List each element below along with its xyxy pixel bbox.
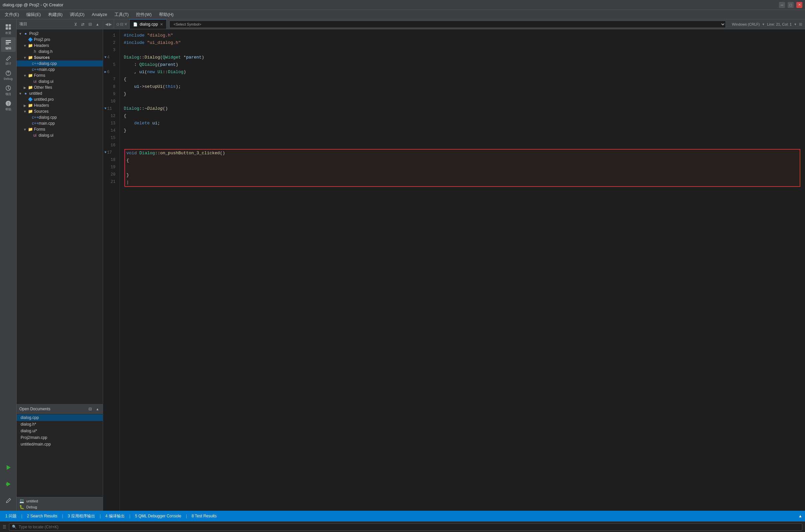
build-button[interactable] <box>1 493 16 508</box>
nav-back-icon[interactable]: ◀ <box>105 22 108 26</box>
tree-sources1[interactable]: ▼ 📁 Sources <box>17 55 103 60</box>
svg-rect-1 <box>8 24 11 26</box>
open-docs-layout-icon[interactable]: ⊟ <box>88 406 93 412</box>
run-button[interactable] <box>1 460 16 475</box>
linenum-1: 1 <box>105 32 118 39</box>
maximize-button[interactable]: □ <box>788 2 794 8</box>
tree-proj2[interactable]: ▼ ● Proj2 <box>17 31 103 37</box>
tree-forms1[interactable]: ▼ 📁 Forms <box>17 73 103 78</box>
tab-file-icon: 📄 <box>133 22 138 26</box>
locate-input[interactable] <box>19 525 799 529</box>
tab-split-icon[interactable]: ⊟ <box>120 22 124 26</box>
sidebar-help-label: 帮助 <box>5 108 11 112</box>
split-icon[interactable]: ⊟ <box>88 22 93 27</box>
doc-proj2maincpp[interactable]: Proj2/main.cpp <box>17 434 103 441</box>
crlf-arrow[interactable]: ▾ <box>763 22 764 26</box>
tree-otherfiles[interactable]: ▶ 📁 Other files <box>17 84 103 91</box>
tree-dialogcpp1[interactable]: c++ dialog.cpp <box>17 60 103 66</box>
status-search[interactable]: 2 Search Results <box>24 513 60 519</box>
status-sep5: | <box>186 514 187 518</box>
menu-tools[interactable]: 工具(T) <box>111 11 132 19</box>
menu-debug[interactable]: 调试(D) <box>67 11 88 19</box>
code-content[interactable]: #include "dialog.h" #include "ui_dialog.… <box>120 29 805 511</box>
tree-maincpp2[interactable]: c++ main.cpp <box>17 120 103 126</box>
code-line-16 <box>124 141 801 149</box>
sync-icon[interactable]: ⇄ <box>80 22 86 27</box>
device-icon: 💻 <box>19 499 24 504</box>
run-debug-button[interactable] <box>1 477 16 491</box>
code-line-11: Dialog::~Dialog() <box>124 105 801 112</box>
minimize-button[interactable]: ─ <box>779 2 785 8</box>
doc-dialogcpp[interactable]: dialog.cpp <box>17 414 103 421</box>
close-button[interactable]: ✕ <box>797 2 802 8</box>
tab-history-icon[interactable]: ⊙ <box>116 22 119 26</box>
status-compile[interactable]: 4 编译输出 <box>103 513 127 520</box>
tree-untitledpro[interactable]: 🔷 untitled.pro <box>17 96 103 102</box>
sidebar-debug-label: Debug <box>4 77 13 80</box>
status-app-output[interactable]: 3 应用程序输出 <box>65 513 98 520</box>
tree-headers1[interactable]: ▼ 📁 Headers <box>17 42 103 49</box>
status-problems[interactable]: 1 问题 <box>3 513 19 520</box>
tree-sources2[interactable]: ▼ 📁 Sources <box>17 108 103 114</box>
tree-dialogh[interactable]: h dialog.h <box>17 49 103 55</box>
sidebar-project[interactable]: 项目 <box>1 83 16 98</box>
menu-analyze[interactable]: Analyze <box>89 11 110 18</box>
status-test[interactable]: 8 Test Results <box>189 513 219 519</box>
tree-dialogui2[interactable]: ui dialog.ui <box>17 132 103 138</box>
expand-editor-icon[interactable]: ⊞ <box>799 22 802 26</box>
code-line-15 <box>124 134 801 141</box>
tab-close-btn[interactable]: ✕ <box>160 22 163 26</box>
forms2-icon: 📁 <box>27 127 33 132</box>
crlf-info: Windows (CRLF) <box>732 22 760 26</box>
project-panel: 项目 ⊻ ⇄ ⊟ ▴ ▼ ● Proj2 <box>17 19 103 511</box>
open-docs-label: Open Documents <box>19 407 50 411</box>
statusbar: 1 问题 | 2 Search Results | 3 应用程序输出 | 4 编… <box>0 511 805 521</box>
menu-file[interactable]: 文件(E) <box>1 11 22 19</box>
menu-help[interactable]: 帮助(H) <box>156 11 177 19</box>
doc-dialogh[interactable]: dialog.h* <box>17 421 103 428</box>
doc-dialogui[interactable]: dialog.ui* <box>17 428 103 434</box>
tree-maincpp1[interactable]: c++ main.cpp <box>17 66 103 73</box>
tree-dialogcpp2[interactable]: c++ dialog.cpp <box>17 114 103 120</box>
main-layout: 欢迎 编辑 设计 Debug 项目 帮助 <box>0 19 805 511</box>
maincpp2-icon: c++ <box>32 121 38 126</box>
code-line-18: { <box>126 157 798 164</box>
sidebar-debug[interactable]: Debug <box>1 68 16 82</box>
menu-edit[interactable]: 编辑(E) <box>23 11 44 19</box>
sidebar-edit[interactable]: 编辑 <box>1 37 16 52</box>
line-info-arrow[interactable]: ▾ <box>794 22 797 26</box>
status-arrow-up[interactable]: ▲ <box>798 514 802 518</box>
linenum-3: 3 <box>105 46 118 54</box>
tab-dialogcpp[interactable]: 📄 dialog.cpp ✕ <box>130 19 167 29</box>
code-line-7: { <box>124 76 801 83</box>
tree-headers2[interactable]: ▶ 📁 Headers <box>17 102 103 108</box>
symbol-select[interactable]: <Select Symbol> <box>169 21 726 28</box>
sidebar-welcome[interactable]: 欢迎 <box>1 22 16 37</box>
sidebar-toggle-icon[interactable]: ☰ <box>3 525 6 529</box>
filter-icon[interactable]: ⊻ <box>73 22 78 27</box>
close-panel-icon[interactable]: ▴ <box>95 22 100 27</box>
tree-untitled[interactable]: ▼ ● untitled <box>17 91 103 96</box>
code-line-1: #include "dialog.h" <box>124 32 801 39</box>
nav-forward-icon[interactable]: ▶ <box>109 22 112 26</box>
debug-info: 🐛 Debug <box>19 505 100 509</box>
tree-dialogui1[interactable]: ui dialog.ui <box>17 78 103 84</box>
tree-proj2pro[interactable]: 🔷 Proj2.pro <box>17 37 103 42</box>
code-line-9: } <box>124 91 801 98</box>
menu-build[interactable]: 构建(B) <box>45 11 66 19</box>
doc-untitledmaincpp[interactable]: untitled/main.cpp <box>17 441 103 448</box>
maincpp1-icon: c++ <box>32 67 38 72</box>
status-qml[interactable]: 5 QML Debugger Console <box>132 513 184 519</box>
menubar: 文件(E) 编辑(E) 构建(B) 调试(D) Analyze 工具(T) 控件… <box>0 10 805 19</box>
tab-close-icon[interactable]: ✕ <box>124 22 127 26</box>
tab-bar: ◀ ▶ ⊙ ⊟ ✕ 📄 dialog.cpp ✕ <Select Symbol> <box>103 19 805 29</box>
svg-marker-11 <box>7 482 11 487</box>
line-info: Line: 21, Col: 1 <box>767 22 792 26</box>
sidebar-design[interactable]: 设计 <box>1 53 16 67</box>
untitledpro-label: untitled.pro <box>34 97 103 102</box>
tree-forms2[interactable]: ▼ 📁 Forms <box>17 126 103 132</box>
open-docs-close-icon[interactable]: ▴ <box>95 406 100 412</box>
menu-controls[interactable]: 控件(W) <box>133 11 155 19</box>
linenum-7: 7 <box>105 76 118 83</box>
sidebar-help[interactable]: 帮助 <box>1 98 16 113</box>
